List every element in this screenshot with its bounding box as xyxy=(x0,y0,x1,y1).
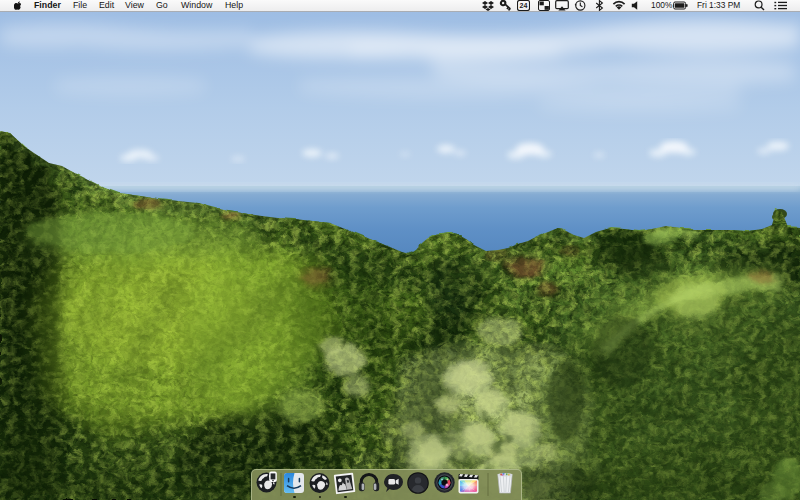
svg-text:24: 24 xyxy=(520,2,528,9)
